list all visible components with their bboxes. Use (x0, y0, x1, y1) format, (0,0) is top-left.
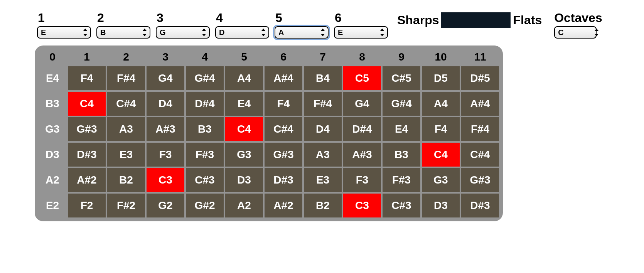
fret-note[interactable]: C4 (68, 92, 106, 116)
fret-number-1: 1 (68, 49, 106, 65)
fret-note[interactable]: C#5 (383, 66, 420, 90)
fret-note[interactable]: A#3 (147, 117, 184, 141)
fret-note[interactable]: F3 (147, 143, 184, 167)
fret-note[interactable]: B3 (383, 143, 420, 167)
string-1-tuning-select[interactable]: E (37, 26, 91, 39)
octave-control: Octaves C (554, 12, 602, 39)
fret-note[interactable]: G#3 (461, 168, 499, 192)
fret-note[interactable]: D#3 (461, 194, 499, 217)
open-note[interactable]: A2 (39, 168, 66, 192)
fret-note[interactable]: D4 (147, 92, 184, 116)
fretboard-table: 01234567891011 E4F4F#4G4G#4A4A#4B4C5C#5D… (37, 48, 501, 219)
fret-note[interactable]: A#3 (343, 143, 381, 167)
string-3-number: 3 (156, 12, 210, 24)
fret-note[interactable]: F#4 (461, 117, 499, 141)
octaves-label: Octaves (554, 12, 602, 24)
open-note[interactable]: E4 (39, 66, 66, 90)
fretboard-panel: 01234567891011 E4F4F#4G4G#4A4A#4B4C5C#5D… (35, 46, 503, 221)
fret-note[interactable]: G#3 (265, 143, 302, 167)
fret-note[interactable]: D#4 (343, 117, 381, 141)
fret-note[interactable]: G#2 (186, 194, 224, 217)
fret-note[interactable]: E3 (107, 143, 145, 167)
string-5-tuning-select[interactable]: A (275, 26, 329, 39)
string-1-control: 1E (37, 12, 91, 39)
string-row: D3D#3E3F3F#3G3G#3A3A#3B3C4C#4 (39, 143, 499, 167)
fret-note[interactable]: C4 (225, 117, 263, 141)
fret-note[interactable]: F#4 (304, 92, 342, 116)
fret-note[interactable]: G#4 (383, 92, 420, 116)
fret-note[interactable]: F2 (68, 194, 106, 217)
fret-note[interactable]: C#3 (186, 168, 224, 192)
fret-note[interactable]: F4 (265, 92, 302, 116)
fret-note[interactable]: A4 (422, 92, 460, 116)
fret-note[interactable]: C3 (343, 194, 381, 217)
fret-note[interactable]: G4 (343, 92, 381, 116)
string-3-tuning-select[interactable]: G (156, 26, 210, 39)
string-2-tuning-select[interactable]: B (96, 26, 150, 39)
fret-note[interactable]: D4 (304, 117, 342, 141)
fret-note[interactable]: F#3 (383, 168, 420, 192)
string-4-tuning-select[interactable]: D (215, 26, 269, 39)
fret-note[interactable]: E3 (304, 168, 342, 192)
fret-note[interactable]: A#4 (265, 66, 302, 90)
fret-note[interactable]: C#3 (383, 194, 420, 217)
string-6-tuning-select[interactable]: E (334, 26, 388, 39)
fret-note[interactable]: A2 (225, 194, 263, 217)
string-1-number: 1 (37, 12, 91, 24)
string-row: G3G#3A3A#3B3C4C#4D4D#4E4F4F#4 (39, 117, 499, 141)
fret-note[interactable]: C#4 (107, 92, 145, 116)
fret-note[interactable]: E4 (225, 92, 263, 116)
fret-note[interactable]: B3 (186, 117, 224, 141)
fret-note[interactable]: C#4 (265, 117, 302, 141)
fret-note[interactable]: D3 (422, 194, 460, 217)
string-row: B3C4C#4D4D#4E4F4F#4G4G#4A4A#4 (39, 92, 499, 116)
octave-select[interactable]: C (554, 26, 597, 39)
open-note[interactable]: G3 (39, 117, 66, 141)
fret-note[interactable]: C#4 (461, 143, 499, 167)
string-2-number: 2 (96, 12, 150, 24)
fret-number-9: 9 (383, 49, 420, 65)
fret-note[interactable]: D3 (225, 168, 263, 192)
fret-note[interactable]: D#4 (186, 92, 224, 116)
fret-note[interactable]: A3 (304, 143, 342, 167)
fret-note[interactable]: F#2 (107, 194, 145, 217)
fret-note[interactable]: C3 (147, 168, 184, 192)
fret-note[interactable]: G#3 (68, 117, 106, 141)
fret-note[interactable]: D5 (422, 66, 460, 90)
fret-note[interactable]: A3 (107, 117, 145, 141)
fret-note[interactable]: D#3 (68, 143, 106, 167)
sharps-label: Sharps (397, 13, 439, 27)
fret-note[interactable]: A4 (225, 66, 263, 90)
accidentals-toggle[interactable] (441, 12, 511, 28)
fret-number-0: 0 (39, 49, 66, 65)
fret-note[interactable]: C5 (343, 66, 381, 90)
fret-note[interactable]: G3 (225, 143, 263, 167)
fret-note[interactable]: G2 (147, 194, 184, 217)
fret-note[interactable]: A#2 (68, 168, 106, 192)
fret-note[interactable]: G#4 (186, 66, 224, 90)
fret-note[interactable]: C4 (422, 143, 460, 167)
string-row: E2F2F#2G2G#2A2A#2B2C3C#3D3D#3 (39, 194, 499, 217)
fret-note[interactable]: B2 (107, 168, 145, 192)
open-note[interactable]: B3 (39, 92, 66, 116)
fret-note[interactable]: F#3 (186, 143, 224, 167)
string-row: E4F4F#4G4G#4A4A#4B4C5C#5D5D#5 (39, 66, 499, 90)
open-note[interactable]: E2 (39, 194, 66, 217)
fret-note[interactable]: F4 (422, 117, 460, 141)
fret-note[interactable]: F4 (68, 66, 106, 90)
fret-note[interactable]: B2 (304, 194, 342, 217)
string-row: A2A#2B2C3C#3D3D#3E3F3F#3G3G#3 (39, 168, 499, 192)
fret-note[interactable]: E4 (383, 117, 420, 141)
fret-note[interactable]: D#3 (265, 168, 302, 192)
fret-note[interactable]: D#5 (461, 66, 499, 90)
fret-note[interactable]: A#2 (265, 194, 302, 217)
string-2-control: 2B (96, 12, 150, 39)
fret-note[interactable]: F#4 (107, 66, 145, 90)
fret-note[interactable]: G3 (422, 168, 460, 192)
fret-number-2: 2 (107, 49, 145, 65)
fret-note[interactable]: A#4 (461, 92, 499, 116)
fret-note[interactable]: B4 (304, 66, 342, 90)
fret-note[interactable]: F3 (343, 168, 381, 192)
open-note[interactable]: D3 (39, 143, 66, 167)
fret-note[interactable]: G4 (147, 66, 184, 90)
